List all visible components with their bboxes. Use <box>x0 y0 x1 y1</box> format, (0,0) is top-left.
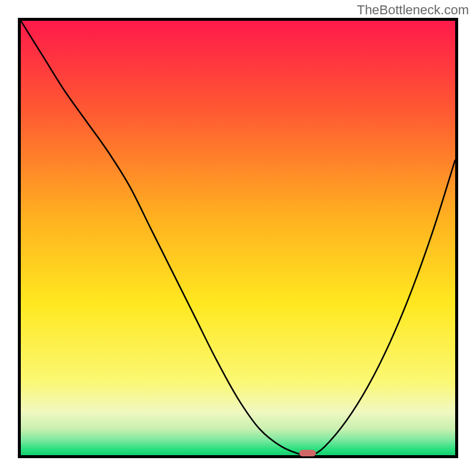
watermark-text: TheBottleneck.com <box>357 2 469 18</box>
bottleneck-curve <box>21 21 455 455</box>
optimum-marker <box>299 450 316 456</box>
chart-frame <box>18 18 458 458</box>
